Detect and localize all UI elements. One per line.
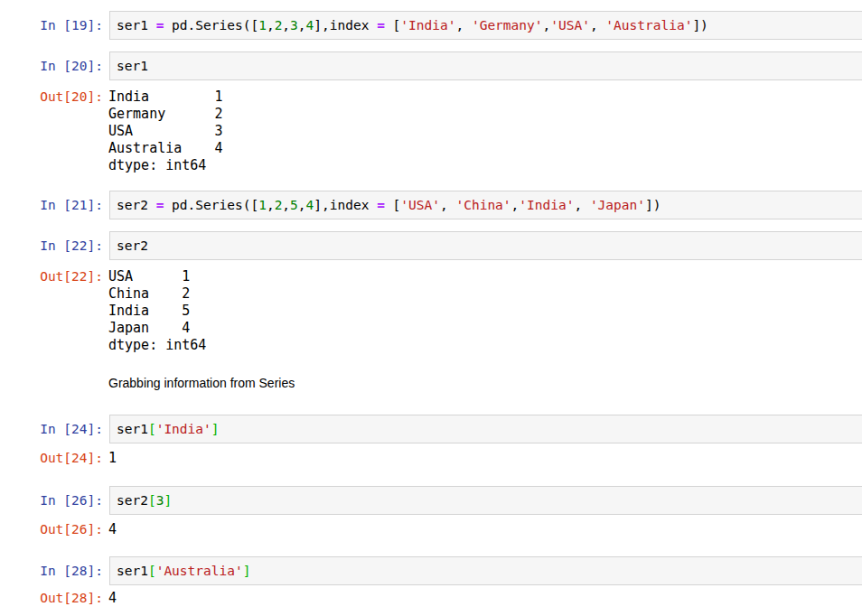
output-area: India 1 Germany 2 USA 3 Australia 4 dtyp…	[103, 89, 862, 174]
notebook-cell-in28: In [28]: ser1['Australia']	[0, 556, 862, 585]
output-text: USA 1 China 2 India 5 Japan 4 dtype: int…	[108, 268, 862, 354]
markdown-body: Grabbing information from Series	[103, 375, 862, 391]
output-text: 4	[108, 590, 862, 607]
output-prompt: Out[20]:	[0, 89, 103, 106]
input-prompt: In [19]:	[0, 11, 103, 34]
input-prompt: In [24]:	[0, 415, 103, 438]
input-prompt: In [26]:	[0, 486, 103, 509]
output-prompt: Out[26]:	[0, 521, 103, 538]
input-prompt: In [20]:	[0, 51, 103, 75]
code-line: ser1 = pd.Series([1,2,3,4],index = ['Ind…	[117, 16, 856, 34]
code-line: ser1['Australia']	[117, 562, 856, 580]
output-text: 1	[108, 450, 862, 467]
output-area: 4	[103, 590, 862, 607]
notebook-cell-in26: In [26]: ser2[3]	[0, 486, 862, 515]
input-prompt: In [22]:	[0, 231, 103, 255]
code-line: ser2	[117, 237, 856, 255]
code-editor-in22[interactable]: ser2	[109, 231, 862, 260]
output-prompt: Out[24]:	[0, 450, 103, 467]
output-text: India 1 Germany 2 USA 3 Australia 4 dtyp…	[108, 89, 862, 174]
notebook-output-out28: Out[28]: 4	[0, 590, 862, 607]
code-line: ser1	[117, 57, 856, 75]
code-editor-in26[interactable]: ser2[3]	[109, 486, 862, 515]
code-line: ser2 = pd.Series([1,2,5,4],index = ['USA…	[117, 196, 856, 214]
output-area: 1	[103, 450, 862, 467]
notebook-cell-in24: In [24]: ser1['India']	[0, 415, 862, 443]
notebook-cell-in19: In [19]: ser1 = pd.Series([1,2,3,4],inde…	[0, 11, 862, 40]
code-editor-in19[interactable]: ser1 = pd.Series([1,2,3,4],index = ['Ind…	[109, 11, 862, 40]
output-area: USA 1 China 2 India 5 Japan 4 dtype: int…	[103, 268, 862, 354]
output-prompt: Out[22]:	[0, 268, 103, 285]
code-editor-in20[interactable]: ser1	[109, 51, 862, 80]
notebook-cell-in21: In [21]: ser2 = pd.Series([1,2,5,4],inde…	[0, 191, 862, 219]
code-editor-in24[interactable]: ser1['India']	[109, 415, 862, 443]
code-line: ser1['India']	[117, 420, 856, 438]
output-area: 4	[103, 521, 862, 538]
output-text: 4	[108, 521, 862, 538]
notebook-cell-markdown[interactable]: Grabbing information from Series	[0, 375, 862, 391]
notebook-output-out22: Out[22]: USA 1 China 2 India 5 Japan 4 d…	[0, 268, 862, 354]
notebook-output-out20: Out[20]: India 1 Germany 2 USA 3 Austral…	[0, 89, 862, 174]
notebook-cell-in22: In [22]: ser2	[0, 231, 862, 260]
input-prompt: In [28]:	[0, 556, 103, 580]
output-prompt: Out[28]:	[0, 590, 103, 607]
markdown-text: Grabbing information from Series	[108, 375, 862, 391]
notebook-output-out24: Out[24]: 1	[0, 450, 862, 467]
input-prompt: In [21]:	[0, 191, 103, 214]
notebook: In [19]: ser1 = pd.Series([1,2,3,4],inde…	[0, 11, 862, 607]
code-editor-in21[interactable]: ser2 = pd.Series([1,2,5,4],index = ['USA…	[109, 191, 862, 219]
notebook-output-out26: Out[26]: 4	[0, 521, 862, 538]
code-line: ser2[3]	[117, 491, 856, 509]
notebook-cell-in20: In [20]: ser1	[0, 51, 862, 80]
code-editor-in28[interactable]: ser1['Australia']	[109, 556, 862, 585]
